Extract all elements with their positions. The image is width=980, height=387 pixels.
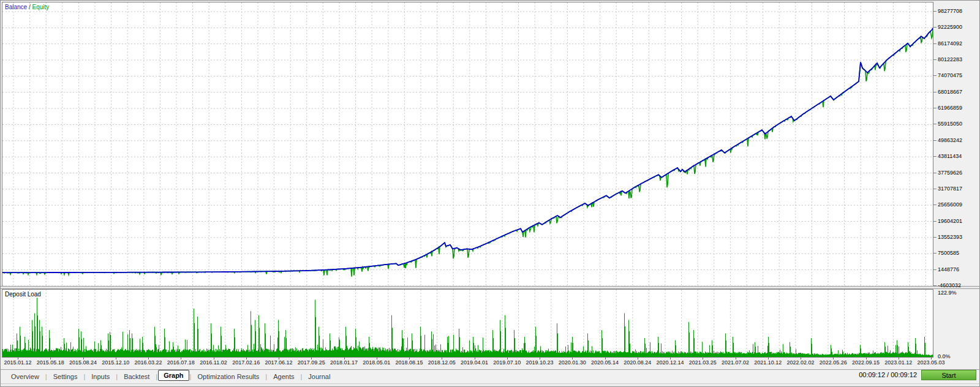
tab-backtest[interactable]: Backtest [118, 372, 155, 381]
tab-agents[interactable]: Agents [268, 372, 300, 381]
x-axis-date-label: 2020.01.30 [554, 359, 590, 366]
y-axis-tick [933, 205, 937, 205]
deposit-max-label: 122.9% [938, 290, 957, 296]
x-axis-date-label: 2016.11.02 [195, 359, 232, 366]
y-axis-label: 1448776 [938, 266, 959, 272]
y-axis-tick [933, 221, 937, 222]
x-axis-date-label: 2015.01.12 [0, 359, 36, 366]
x-axis-date-label: 2021.07.02 [717, 359, 754, 366]
tester-tab-bar: Overview|Settings|Inputs|Backtest|Graph|… [1, 369, 980, 383]
x-axis-date-label: 2016.03.22 [130, 359, 167, 366]
balance-equity-chart-panel[interactable]: Balance / Equity [2, 2, 933, 287]
x-axis-date-label: 2019.07.10 [489, 359, 526, 366]
x-axis-date-label: 2017.02.16 [228, 359, 265, 366]
x-axis-date-label: 2019.04.01 [456, 359, 493, 366]
y-axis-label: 43811434 [938, 153, 962, 159]
y-axis-tick [933, 269, 937, 270]
y-axis-labels: 9827770892225900861740928012228374070475… [933, 1, 980, 368]
y-axis-label: -4603032 [938, 282, 961, 288]
x-axis-date-label: 2022.09.15 [848, 359, 884, 366]
bottom-strip [1, 383, 980, 387]
x-axis-date-label: 2021.10.12 [750, 359, 786, 366]
tab-inputs[interactable]: Inputs [86, 372, 115, 381]
elapsed-time: 00:09:12 / 00:09:12 [859, 371, 917, 378]
tab-settings[interactable]: Settings [48, 372, 83, 381]
x-axis-date-label: 2020.05.14 [587, 359, 624, 366]
y-axis-tick [933, 92, 937, 92]
y-axis-tick [933, 237, 937, 238]
y-axis-label: 86174092 [938, 40, 962, 47]
y-axis-tick [933, 27, 937, 28]
x-axis-date-label: 2022.02.02 [782, 359, 819, 366]
x-axis-date-label: 2016.07.18 [162, 359, 199, 366]
y-axis-label: 55915050 [938, 121, 962, 127]
x-axis-date-label: 2017.06.12 [260, 359, 297, 366]
deposit-min-label: 0.0% [938, 353, 951, 359]
y-axis-label: 61966859 [938, 105, 962, 111]
y-axis-label: 68018667 [938, 89, 962, 95]
x-axis-date-label: 2018.12.05 [423, 359, 460, 366]
x-axis-date-label: 2015.12.10 [97, 359, 134, 366]
y-axis-label: 7500585 [938, 250, 959, 256]
tab-overview[interactable]: Overview [6, 372, 45, 381]
y-axis-tick [933, 108, 937, 108]
chart-legend: Balance / Equity [5, 4, 49, 10]
x-axis-date-label: 2020.08.24 [619, 359, 656, 366]
y-axis-label: 74070475 [938, 72, 962, 78]
y-axis-tick [933, 124, 937, 124]
y-axis-tick [933, 285, 937, 286]
deposit-load-chart[interactable] [2, 290, 933, 357]
y-axis-tick [933, 11, 937, 12]
legend-balance-label: Balance [5, 4, 27, 10]
balance-line [2, 28, 933, 273]
tab-journal[interactable]: Journal [303, 372, 336, 381]
y-axis-label: 98277708 [938, 8, 962, 14]
deposit-load-title: Deposit Load [5, 291, 41, 298]
x-axis-date-labels: 2015.01.122015.05.182015.08.242015.12.10… [1, 358, 980, 369]
y-axis-label: 19604201 [938, 218, 962, 224]
start-button[interactable]: Start [921, 370, 976, 380]
x-axis-date-label: 2020.12.14 [652, 359, 688, 366]
tab-graph[interactable]: Graph [158, 370, 189, 381]
y-axis-label: 31707817 [938, 186, 962, 192]
tab-optimization-results[interactable]: Optimization Results [192, 372, 265, 381]
x-axis-date-label: 2018.01.17 [326, 359, 363, 366]
y-axis-tick [933, 43, 937, 44]
y-axis-tick [933, 140, 937, 141]
x-axis-date-label: 2019.10.23 [521, 359, 558, 366]
y-axis-tick [933, 253, 937, 254]
x-axis-date-label: 2018.05.01 [358, 359, 395, 366]
x-axis-date-label: 2021.03.25 [684, 359, 721, 366]
y-axis-label: 13552393 [938, 234, 962, 240]
y-axis-label: 80122283 [938, 56, 962, 62]
x-axis-date-label: 2017.09.25 [293, 359, 330, 366]
y-axis-tick [933, 59, 937, 60]
y-axis-label: 25656009 [938, 201, 962, 208]
y-axis-tick [933, 75, 937, 76]
equity-line [2, 29, 933, 277]
y-axis-label: 92225900 [938, 24, 962, 30]
balance-equity-chart[interactable] [2, 2, 933, 286]
deposit-load-panel[interactable]: Deposit Load [2, 289, 933, 358]
y-axis-tick [933, 156, 937, 157]
x-axis-date-label: 2022.05.26 [815, 359, 851, 366]
x-axis-date-label: 2018.08.15 [391, 359, 428, 366]
y-axis-tick [933, 173, 937, 173]
y-axis-label: 37759626 [938, 170, 962, 176]
y-axis-label: 49863242 [938, 137, 962, 143]
y-axis-tick [933, 189, 937, 189]
strategy-tester-window: Balance / Equity Deposit Load 9827770892… [0, 0, 980, 387]
deposit-load-bars [3, 298, 933, 357]
legend-equity-label: Equity [32, 4, 49, 10]
x-axis-date-label: 2015.05.18 [32, 359, 69, 366]
x-axis-date-label: 2023.05.03 [913, 359, 949, 366]
x-axis-date-label: 2023.01.12 [880, 359, 917, 366]
x-axis-date-label: 2015.08.24 [65, 359, 102, 366]
